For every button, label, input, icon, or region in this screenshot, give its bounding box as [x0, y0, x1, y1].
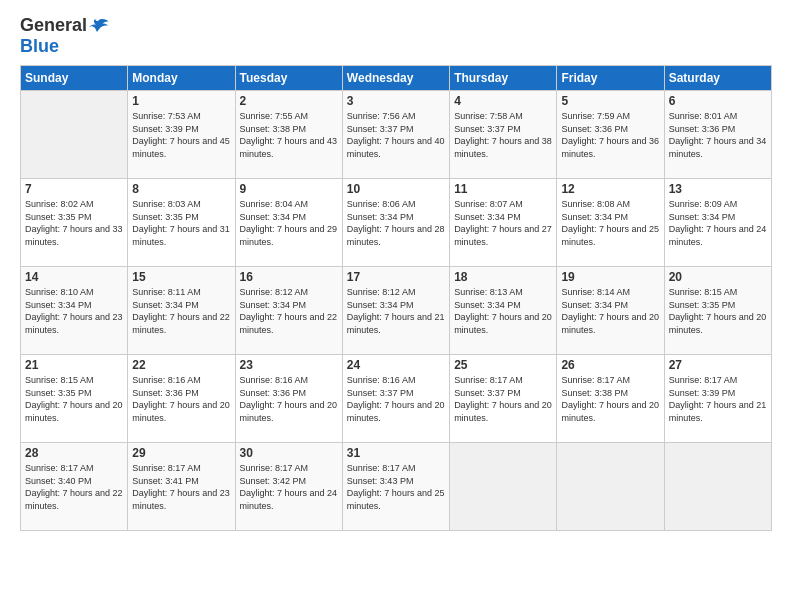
- calendar-cell: 1Sunrise: 7:53 AMSunset: 3:39 PMDaylight…: [128, 91, 235, 179]
- weekday-header-tuesday: Tuesday: [235, 66, 342, 91]
- day-number: 9: [240, 182, 338, 196]
- calendar-week-row: 28Sunrise: 8:17 AMSunset: 3:40 PMDayligh…: [21, 443, 772, 531]
- logo-bird-icon: [89, 18, 109, 34]
- weekday-header-sunday: Sunday: [21, 66, 128, 91]
- day-number: 16: [240, 270, 338, 284]
- day-number: 12: [561, 182, 659, 196]
- calendar-cell: 17Sunrise: 8:12 AMSunset: 3:34 PMDayligh…: [342, 267, 449, 355]
- page: General Blue SundayMondayTuesdayWednesda…: [0, 0, 792, 612]
- calendar-cell: 31Sunrise: 8:17 AMSunset: 3:43 PMDayligh…: [342, 443, 449, 531]
- cell-details: Sunrise: 8:07 AMSunset: 3:34 PMDaylight:…: [454, 198, 552, 248]
- cell-details: Sunrise: 8:12 AMSunset: 3:34 PMDaylight:…: [347, 286, 445, 336]
- day-number: 23: [240, 358, 338, 372]
- header: General Blue: [20, 15, 772, 57]
- cell-details: Sunrise: 8:03 AMSunset: 3:35 PMDaylight:…: [132, 198, 230, 248]
- day-number: 5: [561, 94, 659, 108]
- cell-details: Sunrise: 8:17 AMSunset: 3:40 PMDaylight:…: [25, 462, 123, 512]
- calendar-cell: 28Sunrise: 8:17 AMSunset: 3:40 PMDayligh…: [21, 443, 128, 531]
- calendar-cell: 6Sunrise: 8:01 AMSunset: 3:36 PMDaylight…: [664, 91, 771, 179]
- day-number: 19: [561, 270, 659, 284]
- cell-details: Sunrise: 8:11 AMSunset: 3:34 PMDaylight:…: [132, 286, 230, 336]
- day-number: 27: [669, 358, 767, 372]
- day-number: 11: [454, 182, 552, 196]
- day-number: 30: [240, 446, 338, 460]
- cell-details: Sunrise: 8:10 AMSunset: 3:34 PMDaylight:…: [25, 286, 123, 336]
- cell-details: Sunrise: 8:17 AMSunset: 3:39 PMDaylight:…: [669, 374, 767, 424]
- logo-general-text: General: [20, 15, 87, 36]
- cell-details: Sunrise: 8:06 AMSunset: 3:34 PMDaylight:…: [347, 198, 445, 248]
- cell-details: Sunrise: 7:59 AMSunset: 3:36 PMDaylight:…: [561, 110, 659, 160]
- day-number: 25: [454, 358, 552, 372]
- weekday-header-friday: Friday: [557, 66, 664, 91]
- calendar-cell: 27Sunrise: 8:17 AMSunset: 3:39 PMDayligh…: [664, 355, 771, 443]
- day-number: 17: [347, 270, 445, 284]
- day-number: 22: [132, 358, 230, 372]
- calendar-cell: 4Sunrise: 7:58 AMSunset: 3:37 PMDaylight…: [450, 91, 557, 179]
- cell-details: Sunrise: 8:17 AMSunset: 3:43 PMDaylight:…: [347, 462, 445, 512]
- calendar-cell: 13Sunrise: 8:09 AMSunset: 3:34 PMDayligh…: [664, 179, 771, 267]
- day-number: 1: [132, 94, 230, 108]
- day-number: 7: [25, 182, 123, 196]
- day-number: 3: [347, 94, 445, 108]
- day-number: 28: [25, 446, 123, 460]
- calendar-cell: 29Sunrise: 8:17 AMSunset: 3:41 PMDayligh…: [128, 443, 235, 531]
- day-number: 2: [240, 94, 338, 108]
- day-number: 4: [454, 94, 552, 108]
- calendar-week-row: 14Sunrise: 8:10 AMSunset: 3:34 PMDayligh…: [21, 267, 772, 355]
- cell-details: Sunrise: 8:08 AMSunset: 3:34 PMDaylight:…: [561, 198, 659, 248]
- day-number: 10: [347, 182, 445, 196]
- cell-details: Sunrise: 8:16 AMSunset: 3:36 PMDaylight:…: [132, 374, 230, 424]
- cell-details: Sunrise: 8:15 AMSunset: 3:35 PMDaylight:…: [669, 286, 767, 336]
- day-number: 6: [669, 94, 767, 108]
- cell-details: Sunrise: 8:12 AMSunset: 3:34 PMDaylight:…: [240, 286, 338, 336]
- cell-details: Sunrise: 7:53 AMSunset: 3:39 PMDaylight:…: [132, 110, 230, 160]
- calendar-cell: 19Sunrise: 8:14 AMSunset: 3:34 PMDayligh…: [557, 267, 664, 355]
- calendar-cell: 9Sunrise: 8:04 AMSunset: 3:34 PMDaylight…: [235, 179, 342, 267]
- calendar-cell: 20Sunrise: 8:15 AMSunset: 3:35 PMDayligh…: [664, 267, 771, 355]
- calendar: SundayMondayTuesdayWednesdayThursdayFrid…: [20, 65, 772, 531]
- cell-details: Sunrise: 8:16 AMSunset: 3:37 PMDaylight:…: [347, 374, 445, 424]
- calendar-cell: 2Sunrise: 7:55 AMSunset: 3:38 PMDaylight…: [235, 91, 342, 179]
- calendar-cell: 26Sunrise: 8:17 AMSunset: 3:38 PMDayligh…: [557, 355, 664, 443]
- weekday-header-thursday: Thursday: [450, 66, 557, 91]
- cell-details: Sunrise: 7:55 AMSunset: 3:38 PMDaylight:…: [240, 110, 338, 160]
- calendar-cell: [557, 443, 664, 531]
- day-number: 20: [669, 270, 767, 284]
- calendar-cell: 8Sunrise: 8:03 AMSunset: 3:35 PMDaylight…: [128, 179, 235, 267]
- calendar-cell: 3Sunrise: 7:56 AMSunset: 3:37 PMDaylight…: [342, 91, 449, 179]
- calendar-cell: 21Sunrise: 8:15 AMSunset: 3:35 PMDayligh…: [21, 355, 128, 443]
- calendar-cell: 10Sunrise: 8:06 AMSunset: 3:34 PMDayligh…: [342, 179, 449, 267]
- calendar-cell: [21, 91, 128, 179]
- calendar-cell: 22Sunrise: 8:16 AMSunset: 3:36 PMDayligh…: [128, 355, 235, 443]
- calendar-cell: 14Sunrise: 8:10 AMSunset: 3:34 PMDayligh…: [21, 267, 128, 355]
- calendar-cell: 25Sunrise: 8:17 AMSunset: 3:37 PMDayligh…: [450, 355, 557, 443]
- day-number: 26: [561, 358, 659, 372]
- calendar-cell: 12Sunrise: 8:08 AMSunset: 3:34 PMDayligh…: [557, 179, 664, 267]
- calendar-cell: 16Sunrise: 8:12 AMSunset: 3:34 PMDayligh…: [235, 267, 342, 355]
- cell-details: Sunrise: 8:17 AMSunset: 3:41 PMDaylight:…: [132, 462, 230, 512]
- cell-details: Sunrise: 8:17 AMSunset: 3:42 PMDaylight:…: [240, 462, 338, 512]
- calendar-cell: 15Sunrise: 8:11 AMSunset: 3:34 PMDayligh…: [128, 267, 235, 355]
- cell-details: Sunrise: 8:16 AMSunset: 3:36 PMDaylight:…: [240, 374, 338, 424]
- weekday-header-row: SundayMondayTuesdayWednesdayThursdayFrid…: [21, 66, 772, 91]
- cell-details: Sunrise: 8:04 AMSunset: 3:34 PMDaylight:…: [240, 198, 338, 248]
- day-number: 31: [347, 446, 445, 460]
- calendar-cell: 5Sunrise: 7:59 AMSunset: 3:36 PMDaylight…: [557, 91, 664, 179]
- cell-details: Sunrise: 8:13 AMSunset: 3:34 PMDaylight:…: [454, 286, 552, 336]
- calendar-cell: [450, 443, 557, 531]
- cell-details: Sunrise: 8:02 AMSunset: 3:35 PMDaylight:…: [25, 198, 123, 248]
- logo-blue-text: Blue: [20, 36, 59, 56]
- calendar-cell: 18Sunrise: 8:13 AMSunset: 3:34 PMDayligh…: [450, 267, 557, 355]
- cell-details: Sunrise: 8:01 AMSunset: 3:36 PMDaylight:…: [669, 110, 767, 160]
- logo: General Blue: [20, 15, 109, 57]
- calendar-cell: 24Sunrise: 8:16 AMSunset: 3:37 PMDayligh…: [342, 355, 449, 443]
- calendar-cell: 30Sunrise: 8:17 AMSunset: 3:42 PMDayligh…: [235, 443, 342, 531]
- calendar-cell: 11Sunrise: 8:07 AMSunset: 3:34 PMDayligh…: [450, 179, 557, 267]
- day-number: 14: [25, 270, 123, 284]
- weekday-header-wednesday: Wednesday: [342, 66, 449, 91]
- calendar-week-row: 7Sunrise: 8:02 AMSunset: 3:35 PMDaylight…: [21, 179, 772, 267]
- calendar-week-row: 1Sunrise: 7:53 AMSunset: 3:39 PMDaylight…: [21, 91, 772, 179]
- cell-details: Sunrise: 7:56 AMSunset: 3:37 PMDaylight:…: [347, 110, 445, 160]
- day-number: 21: [25, 358, 123, 372]
- day-number: 15: [132, 270, 230, 284]
